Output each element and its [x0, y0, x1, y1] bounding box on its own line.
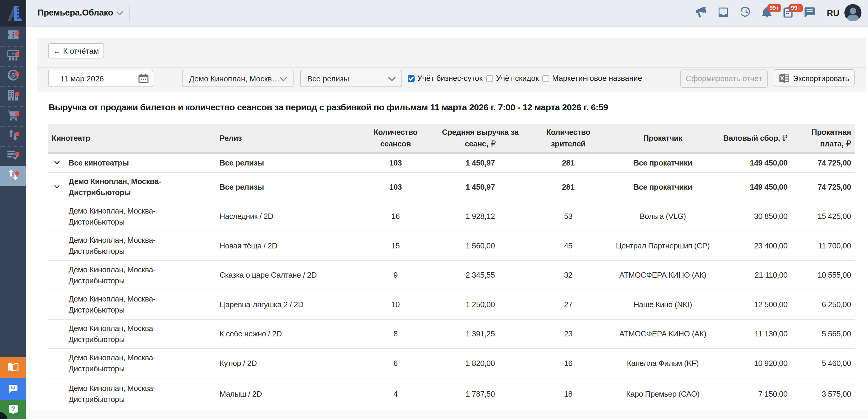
- svg-text:X: X: [780, 75, 784, 82]
- svg-text:$: $: [11, 71, 15, 79]
- svg-text:?: ?: [11, 405, 15, 413]
